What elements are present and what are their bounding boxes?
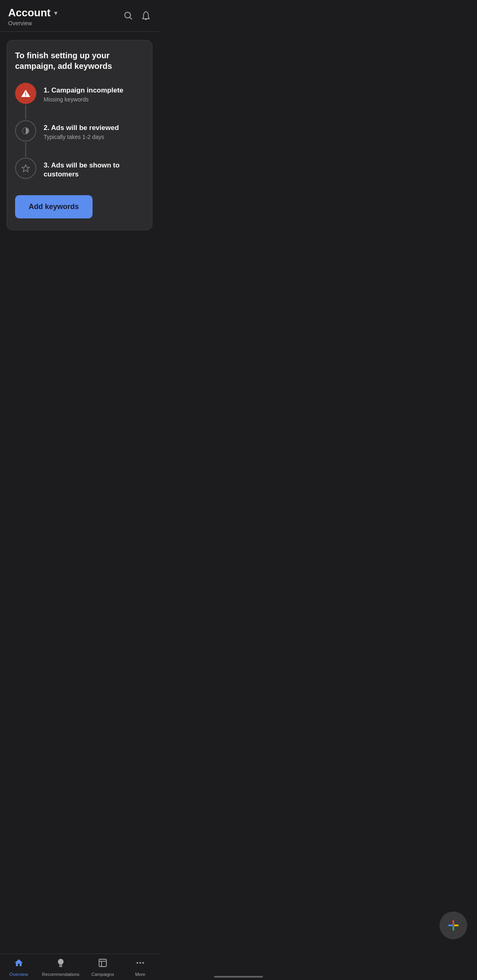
campaign-setup-card: To finish setting up your campaign, add … [7,40,152,230]
svg-text:!: ! [25,91,26,97]
step-1: ! 1. Campaign incomplete Missing keyword… [15,83,144,120]
header-left: Account ▼ Overview [8,7,59,26]
step-3-icon [15,158,36,179]
header-icons [123,11,151,23]
add-keywords-button[interactable]: Add keywords [15,195,93,218]
step-2-icon-wrapper [15,120,36,158]
step-3-title: 3. Ads will be shown to customers [44,161,144,179]
app-header: Account ▼ Overview [0,0,159,31]
svg-line-1 [130,17,132,19]
step-1-icon-wrapper: ! [15,83,36,120]
svg-marker-5 [22,165,30,172]
step-2: 2. Ads will be reviewed Typically takes … [15,120,144,158]
chevron-down-icon: ▼ [53,10,59,16]
step-2-title: 2. Ads will be reviewed [44,123,119,132]
step-connector-2 [25,142,26,157]
step-1-title: 1. Campaign incomplete [44,86,124,95]
step-3-icon-wrapper [15,158,36,179]
main-content: To finish setting up your campaign, add … [0,32,159,238]
step-2-subtitle: Typically takes 1-2 days [44,134,119,140]
notification-icon[interactable] [141,11,151,23]
search-icon[interactable] [123,11,133,23]
steps-container: ! 1. Campaign incomplete Missing keyword… [15,83,144,182]
step-1-content: 1. Campaign incomplete Missing keywords [44,83,124,106]
step-connector-1 [25,105,26,119]
step-2-content: 2. Ads will be reviewed Typically takes … [44,120,119,143]
account-label: Account [8,7,51,19]
account-title[interactable]: Account ▼ [8,7,59,19]
overview-subtitle: Overview [8,20,59,26]
setup-card-title: To finish setting up your campaign, add … [15,50,144,71]
step-2-icon [15,120,36,141]
step-1-icon: ! [15,83,36,104]
step-3: 3. Ads will be shown to customers [15,158,144,182]
step-1-subtitle: Missing keywords [44,96,124,103]
step-3-content: 3. Ads will be shown to customers [44,158,144,182]
